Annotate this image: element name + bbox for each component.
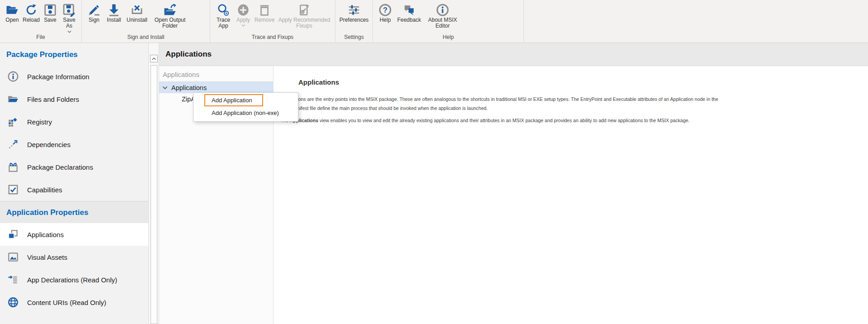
- save-as-button[interactable]: Save As: [60, 1, 79, 33]
- msix-editor-window: OpenReloadSaveSave AsFileSignInstallUnin…: [0, 0, 868, 324]
- scrollbar-thumb[interactable]: [151, 65, 157, 324]
- feedback-icon: [402, 2, 416, 17]
- sidebar-item-applications[interactable]: Applications: [0, 223, 148, 246]
- sidebar-item-label: Dependencies: [27, 141, 71, 148]
- toolbar-group-label: Settings: [335, 34, 373, 43]
- content-uris-icon: [7, 296, 19, 308]
- menu-item-label: Add Application (non-exe): [212, 110, 279, 116]
- sign-button[interactable]: Sign: [85, 1, 104, 23]
- description-paragraph: Applications are the entry points into t…: [280, 95, 859, 113]
- sidebar-item-label: App Declarations (Read Only): [27, 276, 117, 284]
- info-circle-icon: [7, 71, 19, 82]
- tree-item-label: Applications: [171, 84, 207, 91]
- help-icon: ?: [378, 2, 392, 17]
- toolbar-group-settings: PreferencesSettings: [335, 0, 373, 43]
- toolbar-group-help: ?HelpFeedbackAbout MSIX EditorHelp: [373, 0, 524, 43]
- chevron-down-icon[interactable]: [162, 86, 168, 90]
- preferences-button[interactable]: Preferences: [338, 1, 370, 23]
- sidebar-heading-application-properties: Application Properties: [0, 201, 148, 223]
- content-heading: Applications: [298, 78, 859, 86]
- capabilities-icon: [7, 184, 19, 195]
- help-button[interactable]: ?Help: [376, 1, 395, 23]
- toolbar-group-file: OpenReloadSaveSave AsFile: [0, 0, 82, 43]
- applications-icon: [7, 229, 19, 240]
- sidebar-item-label: Files and Folders: [27, 95, 79, 103]
- install-button[interactable]: Install: [104, 1, 124, 23]
- menu-item-add-application-non-exe[interactable]: Add Application (non-exe): [193, 107, 298, 119]
- button-label: Open: [5, 17, 19, 23]
- toolbar-filler: [524, 0, 868, 43]
- sidebar-item-label: Content URIs (Read Only): [27, 299, 106, 306]
- save-button[interactable]: Save: [41, 1, 60, 23]
- sidebar-item-capabilities[interactable]: Capabilities: [0, 178, 148, 201]
- save-as-icon: [62, 2, 76, 17]
- sidebar-item-label: Package Information: [27, 73, 90, 81]
- save-icon: [43, 2, 57, 17]
- button-label: Help: [380, 17, 391, 23]
- trace-app-icon: [217, 2, 230, 17]
- toolbar-group-trace-and-fixups: Trace AppApplyRemoveApply Recommended Fi…: [210, 0, 335, 43]
- dependencies-icon: [7, 138, 19, 150]
- sidebar-item-label: Registry: [27, 118, 52, 126]
- sidebar-item-dependencies[interactable]: Dependencies: [0, 133, 148, 156]
- description-paragraph: The Applications view enables you to vie…: [280, 118, 859, 123]
- sidebar-item-package-declarations[interactable]: Package Declarations: [0, 156, 148, 178]
- sidebar-item-app-declarations-read-only[interactable]: App Declarations (Read Only): [0, 268, 148, 291]
- package-declarations-icon: [7, 161, 19, 173]
- sidebar-heading-package-properties: Package Properties: [0, 43, 148, 65]
- open-folder-icon: [5, 2, 19, 17]
- registry-icon: [7, 116, 19, 128]
- context-menu: Add Application Add Application (non-exe…: [193, 92, 298, 122]
- button-label: Apply Recommended Fixups: [276, 17, 332, 29]
- button-label: Save: [44, 17, 56, 23]
- apply-button: Apply: [234, 1, 253, 27]
- menu-item-add-application[interactable]: Add Application: [193, 94, 298, 107]
- feedback-button[interactable]: Feedback: [395, 1, 424, 23]
- tree-panel-label: Applications: [159, 66, 273, 81]
- sidebar-item-label: Applications: [27, 231, 64, 238]
- button-label: Save As: [60, 17, 79, 29]
- trace-app-button[interactable]: Trace App: [213, 1, 234, 29]
- visual-assets-icon: [7, 251, 19, 263]
- chevron-down-icon: [241, 24, 245, 27]
- remove-trash-icon: [258, 2, 271, 17]
- chevron-down-icon: [67, 30, 71, 33]
- fixups-icon: [297, 2, 311, 17]
- content-row: Package PropertiesPackage InformationFil…: [0, 43, 868, 324]
- apply-recommended-fixups-button: Apply Recommended Fixups: [276, 1, 332, 29]
- sidebar-item-package-information[interactable]: Package Information: [0, 65, 148, 88]
- button-label: Preferences: [340, 17, 369, 23]
- tree-item-applications[interactable]: Applications: [159, 82, 273, 93]
- toolbar-group-label: Sign and Install: [82, 34, 210, 43]
- toolbar-group-label: File: [0, 34, 81, 43]
- sidebar-item-files-and-folders[interactable]: Files and Folders: [0, 88, 148, 110]
- sidebar-scrollbar[interactable]: [148, 43, 159, 324]
- about-msix-editor-button[interactable]: About MSIX Editor: [424, 1, 462, 29]
- reload-button[interactable]: Reload: [22, 1, 41, 23]
- install-arrow-icon: [107, 2, 121, 17]
- open-button[interactable]: Open: [3, 1, 22, 23]
- sidebar-item-visual-assets[interactable]: Visual Assets: [0, 246, 148, 268]
- uninstall-button[interactable]: Uninstall: [124, 1, 150, 23]
- button-label: Feedback: [397, 17, 421, 23]
- button-label: Apply: [236, 17, 250, 23]
- open-output-folder-button[interactable]: Open Output Folder: [150, 1, 190, 29]
- about-info-icon: [436, 2, 449, 17]
- scroll-up-button[interactable]: [150, 55, 158, 62]
- button-label: Trace App: [213, 17, 234, 29]
- reload-icon: [24, 2, 38, 17]
- paragraph-text: view enables you to view and edit the al…: [318, 118, 689, 123]
- sidebar: Package PropertiesPackage InformationFil…: [0, 43, 148, 324]
- sidebar-item-registry[interactable]: Registry: [0, 110, 148, 133]
- sidebar-item-content-uris-read-only[interactable]: Content URIs (Read Only): [0, 291, 148, 314]
- button-label: Sign: [89, 17, 99, 23]
- paragraph-line: Applications are the entry points into t…: [280, 95, 859, 104]
- menu-item-label: Add Application: [212, 97, 252, 104]
- toolbar-group-sign-and-install: SignInstallUninstallOpen Output FolderSi…: [82, 0, 210, 43]
- toolbar-group-label: Help: [373, 34, 524, 43]
- button-label: Uninstall: [127, 17, 147, 23]
- button-label: Reload: [23, 17, 40, 23]
- button-label: Remove: [255, 17, 275, 23]
- remove-button: Remove: [253, 1, 276, 23]
- panel-title: Applications: [159, 43, 868, 66]
